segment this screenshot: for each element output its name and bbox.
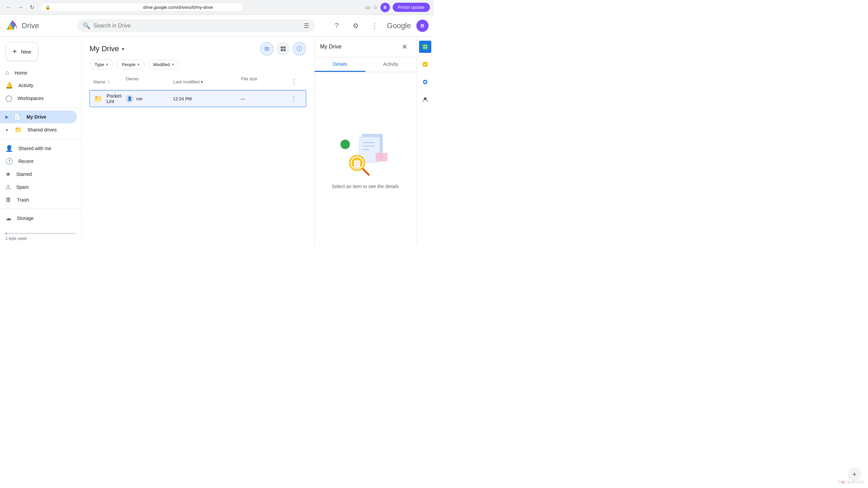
- starred-icon: ★: [5, 170, 11, 178]
- sidebar-item-shared-drives[interactable]: ► 📁 Shared drives: [0, 123, 77, 136]
- right-panel: My Drive ✕ Details Activity: [314, 37, 416, 244]
- storage-bar: [5, 233, 7, 234]
- filter-type-button[interactable]: Type ▾: [90, 60, 113, 69]
- title-dropdown-icon[interactable]: ▾: [122, 46, 124, 52]
- storage-bar-bg: [5, 233, 76, 234]
- sidebar-my-drive-label: My Drive: [26, 114, 46, 120]
- my-drive-icon: 📄: [14, 113, 21, 121]
- sidebar-divider: [0, 107, 81, 108]
- tab-activity[interactable]: Activity: [366, 57, 416, 72]
- size-cell: —: [241, 96, 288, 101]
- settings-button[interactable]: ⚙: [349, 19, 362, 33]
- address-bar[interactable]: 🔒 drive.google.com/drive/u/0/my-drive: [40, 3, 243, 12]
- svg-line-19: [363, 169, 369, 175]
- filter-modified-arrow: ▾: [172, 62, 174, 67]
- shared-expand-icon: ►: [5, 128, 9, 132]
- info-button[interactable]: ⓘ: [293, 42, 306, 56]
- list-view-button[interactable]: [260, 42, 274, 56]
- right-panel-wrapper: My Drive ✕ Details Activity: [314, 37, 434, 244]
- svg-rect-6: [281, 46, 283, 48]
- sidebar-item-storage[interactable]: ☁ Storage: [0, 212, 77, 225]
- sidebar-spam-label: Spam: [16, 184, 29, 190]
- trash-icon: 🗑: [5, 196, 12, 203]
- sidebar-workspaces-label: Workspaces: [18, 96, 44, 101]
- file-name-cell: 📁 Pocket-Lint: [94, 93, 125, 104]
- sidebar-item-starred[interactable]: ★ Starred: [0, 168, 77, 181]
- search-box[interactable]: 🔍 ☰: [77, 19, 315, 32]
- svg-rect-16: [376, 153, 388, 161]
- empty-state-illustration: [335, 127, 396, 178]
- filter-modified-button[interactable]: Modified ▾: [148, 60, 179, 69]
- google-text: Google: [387, 21, 411, 30]
- col-name[interactable]: Name ↑: [94, 76, 126, 87]
- reload-button[interactable]: ↻: [27, 3, 37, 12]
- search-icon: 🔍: [83, 22, 90, 29]
- right-panel-close-button[interactable]: ✕: [398, 41, 411, 53]
- sidebar-shared-drives-label: Shared drives: [27, 127, 57, 133]
- shared-with-me-icon: 👤: [5, 145, 13, 152]
- side-tasks-button[interactable]: [419, 58, 431, 70]
- sort-asc-icon: ↑: [107, 79, 110, 84]
- svg-rect-5: [265, 47, 266, 48]
- logo: Drive: [5, 19, 73, 33]
- folder-icon: 📁: [94, 95, 102, 103]
- right-panel-header: My Drive ✕: [315, 37, 416, 57]
- empty-state-text: Select an item to see the details: [332, 184, 399, 189]
- side-icon-strip: [416, 37, 434, 244]
- column-more-button[interactable]: ⋮: [289, 76, 299, 87]
- url-text: drive.google.com/drive/u/0/my-drive: [143, 5, 238, 10]
- filter-people-button[interactable]: People ▾: [117, 60, 144, 69]
- sidebar-item-trash[interactable]: 🗑 Trash: [0, 194, 77, 206]
- body: + New ⌂ Home 🔔 Activity ◯ Workspaces: [0, 37, 434, 244]
- plus-icon: +: [13, 47, 17, 56]
- sidebar-item-recent[interactable]: 🕐 Recent: [0, 155, 77, 168]
- search-input[interactable]: [94, 23, 300, 29]
- grid-view-button[interactable]: [276, 42, 290, 56]
- sidebar-item-shared-with-me[interactable]: 👤 Shared with me: [0, 142, 77, 155]
- sidebar-item-activity[interactable]: 🔔 Activity: [0, 79, 77, 92]
- main-header: My Drive ▾: [81, 37, 314, 60]
- header-actions: ? ⚙ ⋮ Google B: [330, 19, 429, 33]
- side-keep-button[interactable]: [419, 76, 431, 88]
- star-icon: ☆: [373, 4, 378, 11]
- sidebar-item-spam[interactable]: ⚠ Spam: [0, 181, 77, 194]
- spam-icon: ⚠: [5, 183, 11, 191]
- tune-icon[interactable]: ☰: [304, 22, 309, 29]
- apps-button[interactable]: ⋮: [368, 19, 381, 33]
- filter-people-label: People: [122, 62, 135, 67]
- row-more-button[interactable]: ⋮: [288, 93, 299, 104]
- home-icon: ⌂: [5, 69, 9, 76]
- sidebar-item-home[interactable]: ⌂ Home: [0, 66, 77, 79]
- table-row[interactable]: 📁 Pocket-Lint 👤 me 12:24 PM — ⋮: [90, 90, 306, 107]
- side-contacts-button[interactable]: [419, 94, 431, 106]
- forward-button[interactable]: →: [16, 3, 25, 12]
- finish-update-button[interactable]: Finish update: [393, 3, 430, 12]
- svg-point-10: [340, 140, 350, 149]
- browser-actions: ▭ ☆ B Finish update: [365, 3, 430, 12]
- filters: Type ▾ People ▾ Modified ▾: [81, 60, 314, 74]
- sidebar-shared-with-me-label: Shared with me: [18, 146, 51, 151]
- modified-cell: 12:24 PM: [173, 96, 241, 101]
- tab-details[interactable]: Details: [315, 57, 366, 72]
- filter-people-arrow: ▾: [138, 62, 140, 67]
- back-button[interactable]: ←: [4, 3, 14, 12]
- sidebar-starred-label: Starred: [16, 171, 32, 177]
- sidebar-item-my-drive[interactable]: ▶ 📄 My Drive: [0, 110, 77, 123]
- col-last-modified[interactable]: Last modified ▾: [173, 76, 241, 87]
- svg-rect-9: [283, 49, 285, 51]
- expand-icon: ▶: [5, 115, 8, 119]
- right-panel-title: My Drive: [320, 44, 341, 50]
- new-button[interactable]: + New: [5, 42, 38, 61]
- help-button[interactable]: ?: [330, 19, 343, 33]
- user-avatar[interactable]: B: [416, 20, 429, 32]
- storage-used-text: 1 byte used: [5, 236, 26, 241]
- drive-title-text: My Drive: [90, 44, 119, 53]
- browser-profile[interactable]: B: [380, 3, 390, 12]
- owner-cell: 👤 me: [125, 95, 173, 103]
- sidebar-item-workspaces[interactable]: ◯ Workspaces: [0, 92, 77, 105]
- side-sheets-button[interactable]: [419, 41, 431, 53]
- drive-logo-icon: [5, 19, 19, 33]
- sort-desc-icon: ▾: [201, 79, 203, 84]
- file-name: Pocket-Lint: [106, 93, 125, 104]
- col-name-label: Name: [94, 79, 105, 84]
